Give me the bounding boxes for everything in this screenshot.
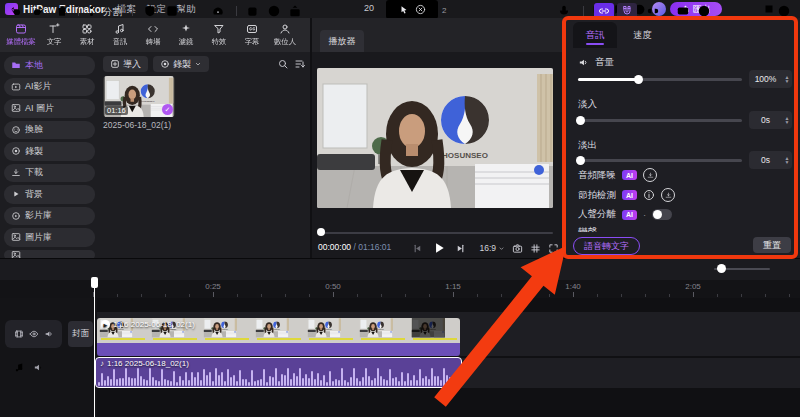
media-tab-1[interactable]: 文字 [37,23,70,47]
media-tab-6[interactable]: 特效 [202,23,235,47]
video-preview[interactable] [317,68,553,208]
media-tab-8[interactable]: 數位人 [268,23,301,47]
audio-speaker-icon[interactable] [33,362,44,373]
timeline-ruler[interactable]: 0:250:501:151:402:05 [0,280,800,298]
next-frame-button[interactable] [455,243,466,254]
player-tab[interactable]: 播放器 [320,30,364,52]
sidebar-item-7[interactable]: 影片庫 [4,207,95,226]
beat-download-icon[interactable] [661,188,675,202]
magnet-snap-button[interactable] [617,3,637,19]
chevron-down-icon [498,245,505,252]
media-tab-2[interactable]: 素材 [70,23,103,47]
snapshot-icon[interactable] [512,243,523,254]
zoom-out-icon[interactable] [697,4,711,18]
sidebar-item-8[interactable]: 圖片庫 [4,228,95,247]
prev-frame-button[interactable] [412,243,423,254]
minimize-button[interactable] [742,3,754,15]
redo-icon[interactable] [31,4,45,18]
sidebar-item-3[interactable]: 換臉 [4,121,95,140]
mic-icon[interactable] [557,4,571,18]
sort-icon[interactable] [294,58,306,70]
trash-icon[interactable] [55,4,69,18]
sidebar-item-0[interactable]: 本地 [4,56,95,75]
sidebar-item-partial[interactable] [4,250,95,259]
text-tool-icon[interactable] [165,4,179,18]
denoise-row: 音頻降噪 AI [578,168,657,182]
sidebar-item-2[interactable]: AI 圖片 [4,99,95,118]
record-label: 錄製 [173,58,191,71]
zoom-in-icon[interactable] [777,4,791,18]
seek-handle[interactable] [317,228,325,236]
undo-icon[interactable] [9,4,23,18]
cover-button[interactable]: 封面 [68,321,93,347]
cursor-icon [399,5,409,15]
fullscreen-icon[interactable] [548,243,559,254]
volume-value-box[interactable]: 100% ▲▼ [749,70,792,88]
app-window: HitPaw Edimakor 檔案設定幫助 20 2 匯出 媒體檔案文字素材音… [0,0,800,417]
fit-timeline-icon[interactable] [676,4,690,18]
fade-out-thumb[interactable] [576,156,585,165]
search-icon[interactable] [277,58,289,70]
fade-in-stepper[interactable]: ▲▼ [782,116,792,125]
close-circle-icon[interactable] [415,4,426,15]
remove-captions-icon[interactable] [188,4,202,18]
clip-thumbnail [305,318,357,343]
speed-icon[interactable] [211,4,225,18]
play-button[interactable] [432,241,446,255]
video-clip[interactable]: ▶ 1:16 2025-06-18_02(1) [97,318,460,356]
media-tab-label: 濾鏡 [178,36,193,46]
film-icon[interactable] [14,329,24,339]
media-tab-7[interactable]: 字幕 [235,23,268,47]
fade-in-value-box[interactable]: 0s▲▼ [749,111,792,129]
maximize-button[interactable] [763,3,775,15]
music-note-icon[interactable] [14,362,25,373]
sidebar-item-5[interactable]: 下載 [4,164,95,183]
import-button[interactable]: 導入 [103,56,148,72]
speech-to-text-button[interactable]: 語音轉文字 [573,237,640,255]
media-icon [15,23,27,35]
media-tab-0[interactable]: 媒體檔案 [4,23,37,47]
ruler-label: 0:25 [205,282,221,291]
grid-icon[interactable] [530,243,541,254]
volume-slider-thumb[interactable] [634,75,643,84]
denoise-download-icon[interactable] [643,168,657,182]
fade-out-slider[interactable] [578,159,742,162]
volume-stepper[interactable]: ▲▼ [782,75,792,84]
vocal-toggle[interactable] [652,209,672,220]
sidebar-item-1[interactable]: AI影片 [4,78,95,97]
timeline-zoom-thumb[interactable] [717,264,726,273]
media-tab-3[interactable]: 音訊 [103,23,136,47]
media-tab-4[interactable]: 轉場 [136,23,169,47]
export-clip-icon[interactable] [288,4,302,18]
sidebar-item-4[interactable]: 錄製 [4,142,95,161]
ruler-label: 1:15 [445,282,461,291]
denoise-label: 音頻降噪 [578,169,616,182]
link-clips-button[interactable] [594,3,614,19]
speaker-icon[interactable] [44,329,54,339]
eye-icon[interactable] [29,329,39,339]
fade-out-value-box[interactable]: 0s▲▼ [749,151,792,169]
record-button[interactable]: 錄製 [153,56,209,72]
properties-panel: 音訊 速度 音量 100% ▲▼ 淡入 0s▲▼ 淡出 0s▲▼ [565,18,800,258]
unlink-icon[interactable] [646,4,660,18]
audio-clip[interactable]: ♪ 1:16 2025-06-18_02(1) [95,357,462,388]
fade-out-stepper[interactable]: ▲▼ [782,156,792,165]
volume-slider[interactable] [578,78,742,81]
sidebar-item-6[interactable]: 背景 [4,185,95,204]
info-icon[interactable] [643,189,655,201]
fade-in-thumb[interactable] [576,116,585,125]
reset-button[interactable]: 重置 [753,237,791,253]
text-template-icon[interactable] [246,4,260,18]
seek-bar[interactable] [320,232,553,234]
split-label[interactable]: 分割 [103,6,122,19]
clip-thumbnail [409,318,460,343]
download-icon[interactable] [267,4,281,18]
scissors-icon[interactable] [88,4,102,18]
media-thumbnail[interactable]: 01:16 ✓ [103,76,175,117]
aspect-ratio-select[interactable]: 16:9 [479,243,505,253]
fade-in-slider[interactable] [578,119,742,122]
shield-icon[interactable] [143,4,157,18]
tab-audio[interactable]: 音訊 [573,22,617,48]
tab-speed[interactable]: 速度 [633,29,652,42]
media-tab-5[interactable]: 濾鏡 [169,23,202,47]
